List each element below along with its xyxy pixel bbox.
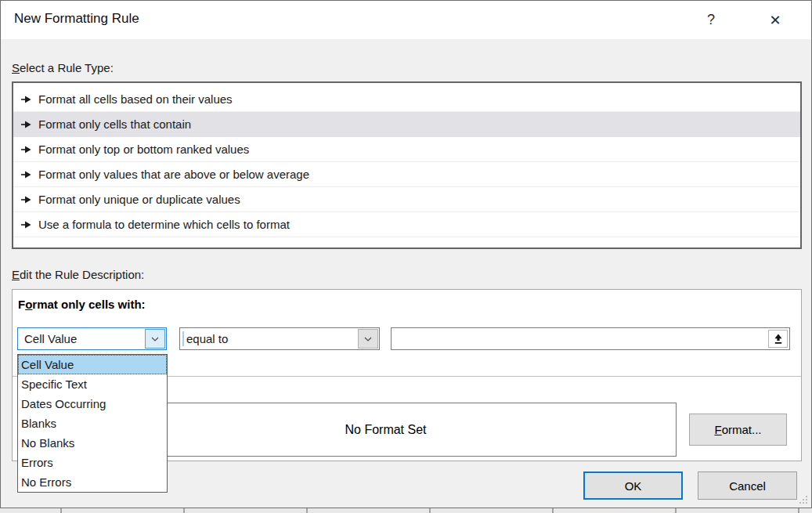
dialog-title: New Formatting Rule: [14, 11, 139, 27]
rule-type-item[interactable]: Format only unique or duplicate values: [13, 187, 800, 212]
format-button[interactable]: Format...: [689, 414, 787, 446]
rule-type-label: Use a formula to determine which cells t…: [38, 218, 290, 231]
rule-type-label: Format only values that are above or bel…: [38, 168, 309, 181]
edit-rule-description-label: Edit the Rule Description:: [12, 268, 144, 281]
cancel-button[interactable]: Cancel: [698, 471, 797, 500]
format-preview: No Format Set: [95, 403, 677, 457]
rule-value-field[interactable]: [391, 327, 790, 350]
dropdown-option[interactable]: No Blanks: [18, 433, 167, 453]
resize-grip[interactable]: [806, 502, 807, 504]
chevron-down-icon[interactable]: [145, 329, 165, 349]
rule-type-list: Format all cells based on their values F…: [12, 81, 802, 249]
worksheet-edge: [0, 508, 812, 513]
title-bar: New Formatting Rule ? ✕: [1, 1, 811, 39]
format-only-cells-with-label: Format only cells with:: [18, 298, 146, 311]
rule-type-item[interactable]: Format only values that are above or bel…: [13, 162, 800, 187]
operator-combobox-value: equal to: [186, 328, 228, 349]
rule-type-label: Format all cells based on their values: [38, 92, 233, 106]
arrow-right-icon: [21, 221, 32, 229]
select-rule-type-label: Select a Rule Type:: [12, 61, 114, 74]
cell-value-dropdown-list: Cell Value Specific Text Dates Occurring…: [17, 354, 168, 493]
cell-value-combobox-value: Cell Value: [24, 328, 77, 349]
close-button[interactable]: ✕: [757, 1, 793, 39]
arrow-right-icon: [21, 146, 32, 154]
help-button[interactable]: ?: [693, 1, 729, 39]
rule-type-label: Format only cells that contain: [38, 117, 191, 131]
dropdown-option-selected[interactable]: Cell Value: [18, 355, 167, 374]
cell-value-combobox[interactable]: Cell Value: [17, 327, 167, 350]
new-formatting-rule-dialog: New Formatting Rule ? ✕ Select a Rule Ty…: [0, 0, 812, 508]
dropdown-option[interactable]: Blanks: [18, 414, 167, 433]
rule-value-input[interactable]: [393, 330, 749, 349]
dropdown-option[interactable]: Dates Occurring: [18, 394, 167, 414]
text-caret: [182, 331, 184, 346]
rule-type-item-selected[interactable]: Format only cells that contain: [13, 112, 800, 137]
arrow-right-icon: [21, 171, 32, 179]
arrow-right-icon: [21, 196, 32, 204]
dropdown-option[interactable]: Errors: [18, 453, 167, 472]
ok-button[interactable]: OK: [583, 471, 683, 500]
dropdown-option[interactable]: No Errors: [18, 472, 167, 492]
operator-combobox[interactable]: equal to: [179, 327, 380, 350]
rule-type-label: Format only unique or duplicate values: [38, 193, 240, 206]
arrow-right-icon: [21, 96, 32, 103]
chevron-down-icon[interactable]: [358, 329, 378, 349]
dropdown-option[interactable]: Specific Text: [18, 374, 167, 394]
arrow-right-icon: [21, 121, 32, 128]
rule-type-item[interactable]: Format only top or bottom ranked values: [13, 137, 800, 162]
rule-type-item[interactable]: Use a formula to determine which cells t…: [13, 212, 800, 237]
collapse-range-picker-icon[interactable]: [768, 330, 788, 348]
rule-type-label: Format only top or bottom ranked values: [38, 143, 249, 156]
rule-type-item[interactable]: Format all cells based on their values: [13, 87, 800, 112]
